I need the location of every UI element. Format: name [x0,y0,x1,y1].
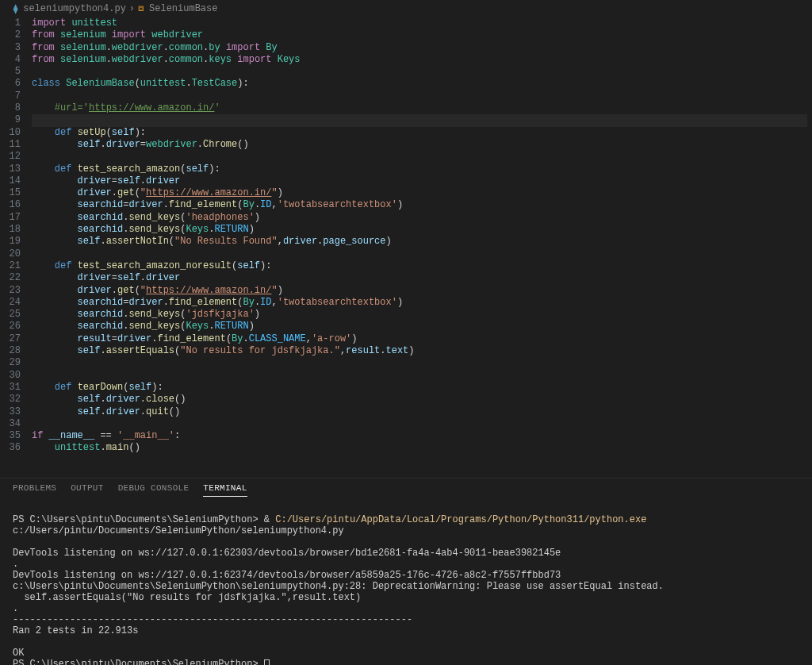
breadcrumb: ⧫ seleniumpython4.py › ⧈ SeleniumBase [0,0,812,17]
line-number: 23 [0,285,21,297]
line-number: 12 [0,151,21,163]
terminal-line: Ran 2 tests in 22.913s [13,625,138,636]
terminal-prompt: PS C:\Users\pintu\Documents\SeleniumPyth… [13,659,264,665]
line-number: 6 [0,78,21,90]
chevron-right-icon: › [129,3,135,14]
panel-tab-problems[interactable]: PROBLEMS [13,483,56,497]
terminal-line: DevTools listening on ws://127.0.0.1:623… [13,570,561,581]
line-number: 9 [0,114,21,126]
line-number: 4 [0,54,21,66]
panel-tabs: PROBLEMSOUTPUTDEBUG CONSOLETERMINAL [0,479,812,502]
line-number: 34 [0,418,21,430]
code-editor[interactable]: 1234567891011121314151617181920212223242… [0,17,812,478]
python-file-icon: ⧫ [13,3,18,15]
line-number: 30 [0,370,21,382]
code-line[interactable]: driver.get("https://www.amazon.in/") [32,285,812,297]
panel-tab-output[interactable]: OUTPUT [71,483,103,497]
line-number-gutter: 1234567891011121314151617181920212223242… [0,17,32,478]
terminal-line: c:\Users\pintu\Documents\SeleniumPython\… [13,581,664,592]
terminal-line: . [13,603,18,614]
line-number: 20 [0,248,21,260]
breadcrumb-file[interactable]: seleniumpython4.py [23,3,126,14]
code-line[interactable]: self.driver=webdriver.Chrome() [32,139,812,151]
code-line[interactable]: def test_search_amazon(self): [32,163,812,175]
line-number: 5 [0,66,21,78]
line-number: 19 [0,236,21,248]
line-number: 1 [0,17,21,29]
panel-tab-debug-console[interactable]: DEBUG CONSOLE [118,483,190,497]
terminal-amp: & [264,514,275,525]
bottom-panel: PROBLEMSOUTPUTDEBUG CONSOLETERMINAL PS C… [0,478,812,665]
code-line[interactable]: searchid=driver.find_element(By.ID,'twot… [32,297,812,309]
terminal-line: ----------------------------------------… [13,614,412,625]
code-line[interactable] [32,357,812,369]
line-number: 22 [0,272,21,284]
code-line[interactable]: import unittest [32,17,812,29]
code-line[interactable]: from selenium import webdriver [32,29,812,41]
code-line[interactable]: searchid.send_keys(Keys.RETURN) [32,321,812,332]
code-line[interactable]: def test_search_amazon_noresult(self): [32,260,812,272]
breadcrumb-class[interactable]: SeleniumBase [149,3,217,14]
code-line[interactable]: self.assertEquals("No results for jdsfkj… [32,345,812,357]
code-line[interactable]: driver.get("https://www.amazon.in/") [32,187,812,199]
terminal-line: OK [13,648,24,659]
line-number: 29 [0,357,21,369]
line-number: 14 [0,175,21,187]
code-line[interactable]: def setUp(self): [32,127,812,139]
line-number: 26 [0,321,21,332]
line-number: 28 [0,345,21,357]
code-line[interactable]: class SeleniumBase(unittest.TestCase): [32,78,812,90]
terminal-cursor[interactable] [264,659,270,665]
line-number: 15 [0,187,21,199]
code-line[interactable]: searchid.send_keys(Keys.RETURN) [32,224,812,236]
code-line[interactable]: searchid.send_keys('jdsfkjajka') [32,309,812,321]
terminal-prompt: PS C:\Users\pintu\Documents\SeleniumPyth… [13,514,264,525]
code-line[interactable] [32,370,812,382]
code-line[interactable]: searchid.send_keys('headphones') [32,212,812,224]
line-number: 24 [0,297,21,309]
code-line[interactable]: unittest.main() [32,442,812,454]
code-line[interactable] [32,114,807,126]
line-number: 13 [0,163,21,175]
terminal-line: self.assertEquals("No results for jdsfkj… [13,592,361,603]
line-number: 27 [0,333,21,345]
line-number: 31 [0,382,21,394]
code-line[interactable]: #url='https://www.amazon.in/' [32,102,812,114]
line-number: 21 [0,260,21,272]
terminal-line: DevTools listening on ws://127.0.0.1:623… [13,548,561,559]
line-number: 36 [0,442,21,454]
line-number: 2 [0,29,21,41]
line-number: 35 [0,430,21,442]
panel-tab-terminal[interactable]: TERMINAL [203,483,247,497]
code-line[interactable] [32,151,812,163]
code-line[interactable] [32,90,812,102]
code-line[interactable]: from selenium.webdriver.common.by import… [32,42,812,54]
terminal-line: . [13,559,18,570]
line-number: 18 [0,224,21,236]
code-line[interactable] [32,418,812,430]
code-line[interactable]: if __name__ == '__main__': [32,430,812,442]
code-line[interactable] [32,66,812,78]
line-number: 10 [0,127,21,139]
code-line[interactable]: driver=self.driver [32,175,812,187]
line-number: 11 [0,139,21,151]
code-line[interactable]: result=driver.find_element(By.CLASS_NAME… [32,333,812,345]
code-line[interactable]: self.assertNotIn("No Results Found",driv… [32,236,812,248]
code-line[interactable]: def tearDown(self): [32,382,812,394]
line-number: 16 [0,199,21,211]
line-number: 7 [0,90,21,102]
code-area[interactable]: import unittestfrom selenium import webd… [32,17,812,478]
line-number: 17 [0,212,21,224]
line-number: 33 [0,406,21,418]
line-number: 32 [0,394,21,406]
code-line[interactable]: self.driver.quit() [32,406,812,418]
terminal-command: C:/Users/pintu/AppData/Local/Programs/Py… [275,514,646,525]
code-line[interactable]: driver=self.driver [32,272,812,284]
code-line[interactable]: self.driver.close() [32,394,812,406]
code-line[interactable] [32,248,812,260]
terminal-output[interactable]: PS C:\Users\pintu\Documents\SeleniumPyth… [0,502,812,665]
code-line[interactable]: searchid=driver.find_element(By.ID,'twot… [32,199,812,211]
line-number: 25 [0,309,21,321]
line-number: 3 [0,42,21,54]
code-line[interactable]: from selenium.webdriver.common.keys impo… [32,54,812,66]
